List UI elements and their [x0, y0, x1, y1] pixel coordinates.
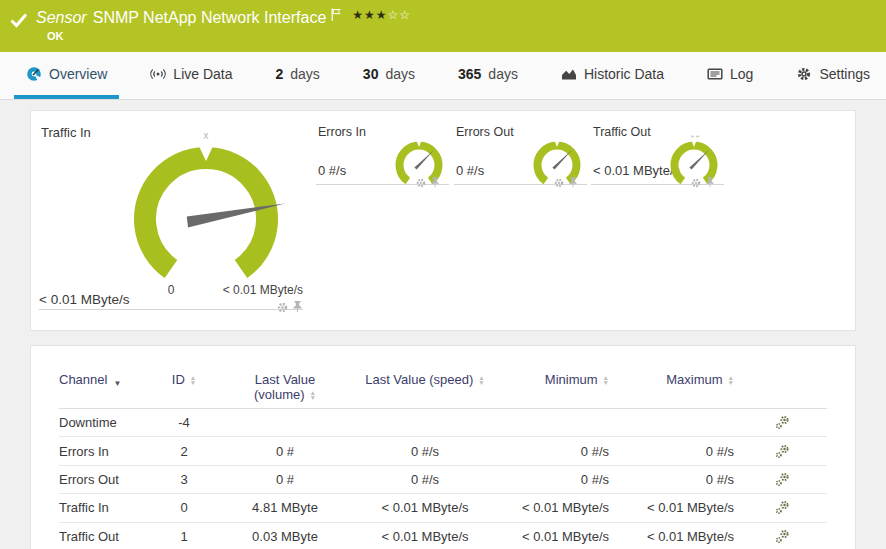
column-header-channel[interactable]: Channel ▼: [59, 372, 151, 392]
gauge-marker: x: [204, 130, 209, 141]
gauge-current-value: < 0.01 MByte/s: [39, 292, 129, 307]
pin-icon[interactable]: [293, 301, 302, 313]
tab-number: 365: [458, 66, 481, 82]
minimum-value: 0 #/s: [497, 444, 613, 459]
tab-overview[interactable]: Overview: [14, 52, 119, 99]
gauge-settings-icon[interactable]: [554, 178, 564, 188]
sort-icon: ▲▼: [478, 375, 484, 385]
column-label: Maximum: [666, 372, 722, 388]
gauge-current-value: 0 #/s: [318, 163, 346, 178]
last-value-volume: 0.03 MByte: [217, 529, 353, 544]
column-header-minimum[interactable]: Minimum ▲▼: [497, 372, 613, 388]
column-label: Minimum: [545, 372, 598, 388]
channel-name: Traffic In: [59, 500, 151, 515]
column-header-id[interactable]: ID ▲▼: [151, 372, 217, 388]
tab-number: 30: [363, 66, 379, 82]
tab-label: days: [385, 66, 415, 82]
channel-name: Traffic Out: [59, 529, 151, 544]
stars-empty: ☆☆: [388, 8, 412, 22]
table-row-downtime: Downtime -4: [59, 409, 827, 437]
gauge-actions: [554, 177, 577, 188]
gauge-scale-max: < 0.01 MByte/s: [211, 283, 303, 297]
column-header-maximum[interactable]: Maximum ▲▼: [613, 372, 738, 388]
pin-icon[interactable]: [706, 177, 714, 188]
last-value-speed: < 0.01 MByte/s: [353, 529, 497, 544]
table-row-errors-in: Errors In 2 0 # 0 #/s 0 #/s 0 #/s: [59, 437, 827, 465]
tab-label: Overview: [49, 66, 107, 82]
channel-name: Downtime: [59, 415, 151, 430]
channel-settings-button[interactable]: [738, 529, 827, 544]
last-value-speed: 0 #/s: [353, 444, 497, 459]
column-label: Channel: [59, 372, 107, 388]
channel-settings-icon: [775, 529, 790, 544]
status-badge: OK: [47, 30, 64, 42]
gauge-actions: [691, 177, 714, 188]
sort-icon: ▲▼: [190, 375, 196, 385]
pin-icon[interactable]: [569, 177, 577, 188]
sort-desc-icon: ▼: [113, 376, 121, 392]
column-label: Last Value (volume)▲▼: [254, 372, 316, 402]
gauge-settings-icon[interactable]: [691, 178, 701, 188]
chart-icon: [561, 66, 577, 82]
flag-icon[interactable]: [331, 8, 342, 22]
channel-settings-button[interactable]: [738, 415, 827, 430]
divider: [39, 309, 303, 310]
channel-settings-button[interactable]: [738, 444, 827, 459]
page-title: SNMP NetApp Network Interface: [93, 8, 327, 28]
gauge-title: Errors Out: [456, 125, 514, 139]
tab-log[interactable]: Log: [695, 52, 765, 99]
gauge-current-value: 0 #/s: [456, 163, 484, 178]
tab-label: days: [290, 66, 320, 82]
channel-settings-button[interactable]: [738, 472, 827, 487]
channel-settings-icon: [775, 444, 790, 459]
pin-icon[interactable]: [431, 177, 439, 188]
last-value-speed: < 0.01 MByte/s: [353, 500, 497, 515]
log-icon: [707, 66, 723, 82]
gauge-actions: [416, 177, 439, 188]
channel-table-panel: Channel ▼ ID ▲▼ Last Value (volume)▲▼ La…: [30, 345, 856, 549]
tab-settings[interactable]: Settings: [784, 52, 882, 99]
tab-live-data[interactable]: Live Data: [138, 52, 244, 99]
priority-stars[interactable]: ★★★☆☆: [352, 8, 411, 22]
sensor-title-row: Sensor SNMP NetApp Network Interface ★★★…: [10, 8, 411, 28]
minimum-value: < 0.01 MByte/s: [497, 500, 613, 515]
channel-id: 2: [151, 444, 217, 459]
maximum-value: < 0.01 MByte/s: [613, 500, 738, 515]
tab-30-days[interactable]: 30 days: [351, 52, 427, 99]
tab-365-days[interactable]: 365 days: [446, 52, 530, 99]
last-value-volume: 4.81 MByte: [217, 500, 353, 515]
tab-label: Log: [730, 66, 753, 82]
channel-name: Errors In: [59, 444, 151, 459]
table-row-traffic-in: Traffic In 0 4.81 MByte < 0.01 MByte/s <…: [59, 494, 827, 522]
last-value-volume: 0 #: [217, 472, 353, 487]
tab-2-days[interactable]: 2 days: [263, 52, 331, 99]
channel-settings-button[interactable]: [738, 500, 827, 515]
last-value-volume: 0 #: [217, 444, 353, 459]
gauge-actions: [277, 301, 302, 313]
channel-settings-icon: [775, 472, 790, 487]
column-label: ID: [172, 372, 185, 388]
ok-check-icon: [10, 12, 28, 28]
gauge-title: Errors In: [318, 125, 366, 139]
column-label: Last Value (speed): [365, 372, 473, 388]
column-header-last-value-speed[interactable]: Last Value (speed) ▲▼: [353, 372, 497, 388]
gauge-settings-icon[interactable]: [416, 178, 426, 188]
live-data-icon: [150, 66, 166, 82]
gauge-icon: [26, 66, 42, 82]
sort-icon: ▲▼: [728, 375, 734, 385]
sensor-type-prefix: Sensor: [36, 8, 87, 28]
gear-icon: [796, 66, 812, 82]
tab-label: Live Data: [173, 66, 232, 82]
gauge-settings-icon[interactable]: [277, 302, 288, 313]
tab-bar: Overview Live Data 2 days 30 days 365 da…: [0, 52, 886, 100]
channel-id: -4: [151, 415, 217, 430]
channel-name: Errors Out: [59, 472, 151, 487]
table-header-row: Channel ▼ ID ▲▼ Last Value (volume)▲▼ La…: [59, 364, 827, 409]
tab-historic-data[interactable]: Historic Data: [549, 52, 676, 99]
stars-filled: ★★★: [352, 8, 387, 22]
last-value-speed: 0 #/s: [353, 472, 497, 487]
column-header-last-value-volume[interactable]: Last Value (volume)▲▼: [217, 372, 353, 402]
maximum-value: 0 #/s: [613, 472, 738, 487]
gauge-scale-min: 0: [151, 283, 191, 297]
minimum-value: < 0.01 MByte/s: [497, 529, 613, 544]
